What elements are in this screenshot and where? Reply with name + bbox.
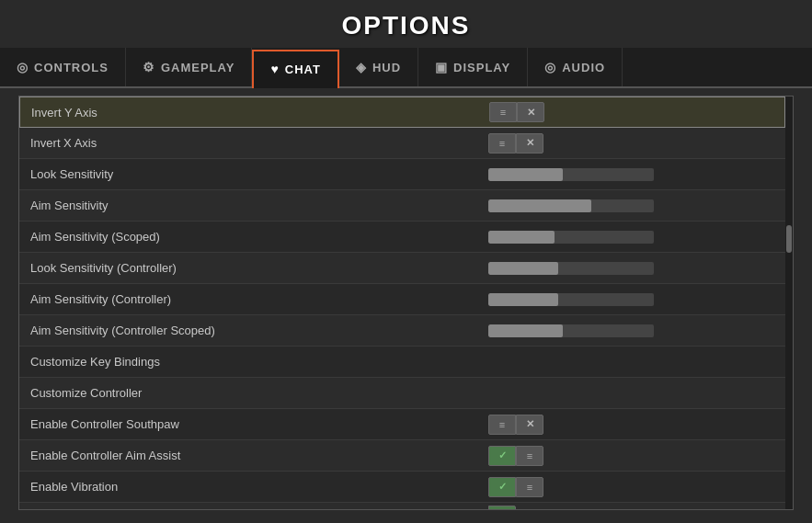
table-row[interactable]: Look Sensitivity (Controller) — [19, 253, 785, 284]
table-row[interactable]: Enable Controller Aim Assist ✓ ≡ — [19, 440, 785, 472]
table-row[interactable]: Enable Controller Southpaw ≡ ✕ — [19, 409, 785, 440]
audio-icon: ◎ — [544, 60, 556, 74]
tab-controls[interactable]: ◎ CONTROLS — [0, 48, 126, 86]
tab-display-label: DISPLAY — [453, 61, 510, 74]
row-label-aim-sensitivity-controller: Aim Sensitivity (Controller) — [19, 292, 488, 306]
slider-fill-look-sensitivity — [488, 168, 563, 181]
row-control-use-abilities-on-selection: ✓ — [488, 506, 785, 511]
slider-track-aim-sensitivity-controller[interactable] — [488, 293, 654, 306]
tab-display[interactable]: ▣ DISPLAY — [418, 48, 528, 86]
toggle-check-btn[interactable]: ✓ — [488, 446, 516, 466]
row-control-look-sensitivity[interactable] — [488, 168, 785, 181]
row-label-aim-sensitivity: Aim Sensitivity — [19, 199, 488, 212]
toggle-group-southpaw: ≡ ✕ — [488, 415, 543, 435]
settings-table: Invert Y Axis ≡ ✕ Invert X Axis ≡ — [18, 96, 794, 510]
toggle-lines-btn[interactable]: ≡ — [516, 446, 543, 466]
slider-track-look-sensitivity[interactable] — [488, 168, 654, 181]
row-control-invert-x: ≡ ✕ — [488, 133, 785, 153]
table-rows: Invert Y Axis ≡ ✕ Invert X Axis ≡ — [19, 97, 785, 509]
tab-audio[interactable]: ◎ AUDIO — [528, 48, 623, 86]
content-area: Invert Y Axis ≡ ✕ Invert X Axis ≡ — [0, 88, 812, 510]
table-row[interactable]: Aim Sensitivity (Scoped) — [19, 222, 785, 253]
toggle-group-aim-assist: ✓ ≡ — [488, 446, 543, 466]
row-label-aim-sensitivity-scoped: Aim Sensitivity (Scoped) — [19, 230, 488, 244]
table-row[interactable]: Enable Vibration ✓ ≡ — [19, 472, 785, 503]
table-row[interactable]: Use Abilities on Selection ✓ — [19, 503, 785, 510]
scrollbar-thumb[interactable] — [786, 225, 792, 253]
table-row[interactable]: Aim Sensitivity (Controller) — [19, 284, 785, 315]
table-row[interactable]: Invert X Axis ≡ ✕ — [19, 128, 785, 159]
row-control-aim-sensitivity-controller-scoped[interactable] — [488, 324, 785, 337]
tab-hud-label: HUD — [372, 61, 401, 74]
row-label-aim-sensitivity-controller-scoped: Aim Sensitivity (Controller Scoped) — [19, 324, 488, 337]
tab-gameplay[interactable]: ⚙ GAMEPLAY — [126, 48, 252, 86]
chat-icon: ♥ — [270, 62, 279, 76]
slider-track-aim-sensitivity-scoped[interactable] — [488, 231, 654, 244]
row-control-aim-sensitivity-controller[interactable] — [488, 293, 785, 306]
row-label-enable-vibration: Enable Vibration — [19, 480, 488, 494]
toggle-group-invert-y: ≡ ✕ — [489, 102, 544, 122]
tab-audio-label: AUDIO — [562, 61, 605, 74]
scrollbar[interactable] — [785, 97, 793, 509]
tab-hud[interactable]: ◈ HUD — [339, 48, 418, 86]
row-label-look-sensitivity-controller: Look Sensitivity (Controller) — [19, 261, 488, 275]
tab-chat-label: CHAT — [285, 63, 321, 76]
slider-fill-look-sensitivity-controller — [488, 262, 558, 275]
slider-track-look-sensitivity-controller[interactable] — [488, 262, 654, 275]
table-row[interactable]: Customize Key Bindings — [19, 347, 785, 378]
row-control-invert-y: ≡ ✕ — [489, 102, 784, 122]
table-row[interactable]: Look Sensitivity — [19, 159, 785, 190]
table-row[interactable]: Aim Sensitivity — [19, 190, 785, 222]
toggle-group-invert-x: ≡ ✕ — [488, 133, 543, 153]
row-control-aim-sensitivity-scoped[interactable] — [488, 231, 785, 244]
slider-fill-aim-sensitivity-controller-scoped — [488, 324, 563, 337]
slider-fill-aim-sensitivity-controller — [488, 293, 558, 306]
toggle-x-btn[interactable]: ✕ — [516, 415, 543, 435]
toggle-lines-btn[interactable]: ≡ — [488, 415, 516, 435]
row-control-enable-vibration: ✓ ≡ — [488, 477, 785, 497]
slider-track-aim-sensitivity-controller-scoped[interactable] — [488, 324, 654, 337]
tab-chat[interactable]: ♥ CHAT — [252, 50, 338, 88]
tab-gameplay-label: GAMEPLAY — [161, 61, 234, 74]
slider-fill-aim-sensitivity — [488, 199, 591, 212]
toggle-check-btn[interactable]: ✓ — [488, 506, 516, 511]
row-control-enable-controller-aim-assist: ✓ ≡ — [488, 446, 785, 466]
row-label-enable-controller-aim-assist: Enable Controller Aim Assist — [19, 449, 488, 462]
toggle-lines-btn[interactable]: ≡ — [516, 477, 543, 497]
display-icon: ▣ — [435, 60, 448, 74]
row-control-look-sensitivity-controller[interactable] — [488, 262, 785, 275]
tab-controls-label: CONTROLS — [34, 61, 109, 74]
row-control-aim-sensitivity[interactable] — [488, 199, 785, 212]
table-row[interactable]: Invert Y Axis ≡ ✕ — [19, 97, 785, 128]
table-row[interactable]: Aim Sensitivity (Controller Scoped) — [19, 315, 785, 347]
toggle-lines-btn[interactable]: ≡ — [489, 102, 517, 122]
slider-fill-aim-sensitivity-scoped — [488, 231, 555, 244]
row-label-use-abilities-on-selection: Use Abilities on Selection — [19, 508, 488, 510]
slider-track-aim-sensitivity[interactable] — [488, 199, 654, 212]
tab-bar: ◎ CONTROLS ⚙ GAMEPLAY ♥ CHAT ◈ HUD ▣ DIS… — [0, 48, 812, 88]
hud-icon: ◈ — [356, 60, 367, 74]
gameplay-icon: ⚙ — [143, 60, 155, 74]
row-label-enable-controller-southpaw: Enable Controller Southpaw — [19, 417, 488, 431]
toggle-x-btn[interactable]: ✕ — [516, 133, 543, 153]
toggle-lines-btn[interactable]: ≡ — [488, 133, 516, 153]
toggle-check-btn[interactable]: ✓ — [488, 477, 516, 497]
toggle-group-abilities: ✓ — [488, 506, 516, 511]
page-title: OPTIONS — [0, 0, 812, 48]
row-label-invert-y: Invert Y Axis — [20, 106, 489, 119]
table-with-scroll: Invert Y Axis ≡ ✕ Invert X Axis ≡ — [19, 97, 793, 509]
toggle-group-vibration: ✓ ≡ — [488, 477, 543, 497]
row-label-customize-controller: Customize Controller — [19, 386, 488, 400]
controls-icon: ◎ — [17, 60, 29, 74]
row-label-invert-x: Invert X Axis — [19, 136, 488, 150]
row-control-enable-controller-southpaw: ≡ ✕ — [488, 415, 785, 435]
table-row[interactable]: Customize Controller — [19, 378, 785, 409]
row-label-customize-key-bindings: Customize Key Bindings — [19, 355, 488, 369]
row-label-look-sensitivity: Look Sensitivity — [19, 167, 488, 181]
toggle-x-btn[interactable]: ✕ — [517, 102, 544, 122]
